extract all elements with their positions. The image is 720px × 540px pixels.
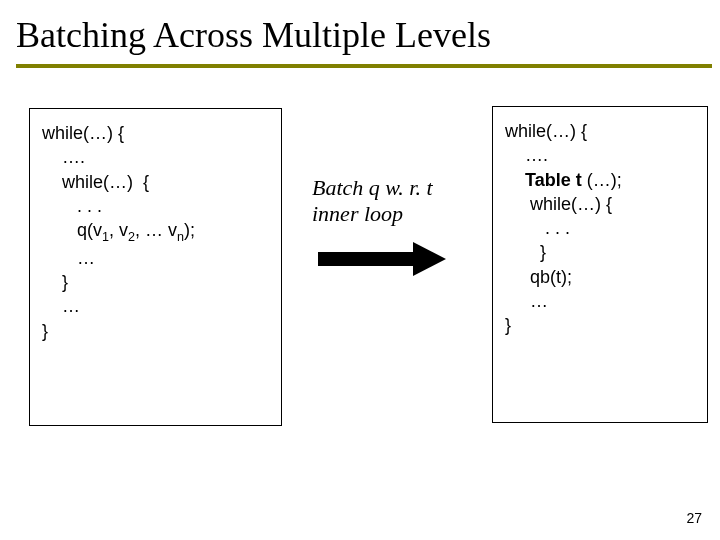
code-text: , v [109, 220, 128, 240]
code-line: … [505, 289, 697, 313]
arrow-right-icon [318, 242, 482, 276]
code-line: while(…) { [505, 119, 697, 143]
title-underline [16, 64, 712, 68]
code-text: ); [184, 220, 195, 240]
code-text: (…); [587, 170, 622, 190]
code-bold: Table t [525, 170, 587, 190]
code-line: } [505, 240, 697, 264]
slide-title: Batching Across Multiple Levels [16, 14, 712, 62]
code-text [505, 170, 525, 190]
code-line: q(v1, v2, … vn); [42, 218, 271, 246]
code-line: while(…) { [42, 121, 271, 145]
subscript: 1 [102, 230, 109, 244]
batch-label-line: Batch q w. r. t [312, 175, 433, 200]
code-line: …. [42, 145, 271, 169]
code-line: … [42, 246, 271, 270]
code-line: …. [505, 143, 697, 167]
svg-marker-1 [413, 242, 446, 276]
left-code-box: while(…) { …. while(…) { . . . q(v1, v2,… [29, 108, 282, 426]
code-line: … [42, 294, 271, 318]
code-line: . . . [505, 216, 697, 240]
batch-label: Batch q w. r. t inner loop [312, 175, 482, 228]
code-line: while(…) { [505, 192, 697, 216]
middle-label-area: Batch q w. r. t inner loop [312, 175, 482, 276]
code-line: } [42, 319, 271, 343]
svg-rect-0 [318, 252, 413, 266]
code-line: qb(t); [505, 265, 697, 289]
code-line: } [505, 313, 697, 337]
title-area: Batching Across Multiple Levels [0, 0, 720, 68]
code-line: } [42, 270, 271, 294]
code-line: Table t (…); [505, 168, 697, 192]
code-text: , … v [135, 220, 177, 240]
batch-label-line: inner loop [312, 201, 403, 226]
code-line: while(…) { [42, 170, 271, 194]
code-text: q(v [42, 220, 102, 240]
subscript: 2 [128, 230, 135, 244]
page-number: 27 [686, 510, 702, 526]
right-code-box: while(…) { …. Table t (…); while(…) { . … [492, 106, 708, 423]
code-line: . . . [42, 194, 271, 218]
